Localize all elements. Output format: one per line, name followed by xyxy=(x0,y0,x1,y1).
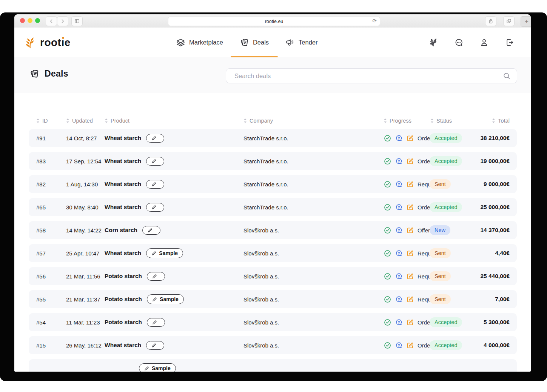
order-check-icon xyxy=(384,157,391,165)
table-row[interactable]: #55 21 Mar, 11:37 Potato starch Sample S… xyxy=(29,290,517,308)
status-badge: Accepted xyxy=(430,340,462,350)
cell-company: Slovškrob a.s. xyxy=(243,290,279,308)
search-bar[interactable] xyxy=(226,68,517,83)
sort-icon[interactable] xyxy=(66,118,69,123)
nav-item-deals[interactable]: Deals xyxy=(240,28,269,57)
cell-company: Slovškrob a.s. xyxy=(243,336,279,354)
order-check-icon xyxy=(384,249,391,257)
sample-button[interactable] xyxy=(142,226,160,235)
back-button[interactable] xyxy=(46,16,57,26)
table-row[interactable]: #83 17 Sep, 12:54 Wheat starch StarchTra… xyxy=(29,152,517,170)
user-icon[interactable] xyxy=(479,38,489,47)
zoom-window-button[interactable] xyxy=(35,18,40,23)
offer-edit-icon xyxy=(406,134,414,142)
column-header-id[interactable]: ID xyxy=(36,118,48,124)
reload-icon[interactable]: ⟳ xyxy=(372,18,377,24)
cell-product: Wheat starch xyxy=(105,152,164,170)
cell-progress: Order xyxy=(384,129,432,147)
table-row[interactable]: #82 1 Aug, 14:30 Wheat starch StarchTrad… xyxy=(29,175,517,193)
cell-status: Accepted xyxy=(430,198,462,216)
table-row[interactable]: #91 14 Oct, 8:27 Wheat starch StarchTrad… xyxy=(29,129,517,147)
pencil-icon xyxy=(152,320,157,325)
sort-icon[interactable] xyxy=(36,118,40,123)
sample-button[interactable]: Sample xyxy=(147,294,184,304)
sprout-icon[interactable] xyxy=(429,38,438,47)
sample-button[interactable]: Sample xyxy=(146,248,183,258)
rootie-logo[interactable]: rootıe xyxy=(25,28,71,57)
nav-item-marketplace[interactable]: Marketplace xyxy=(176,28,223,57)
column-header-product[interactable]: Product xyxy=(105,118,129,124)
sidebar-toggle-button[interactable] xyxy=(71,16,83,26)
cell-id: #15 xyxy=(36,336,46,354)
share-icon xyxy=(488,18,494,24)
cell-progress: Order xyxy=(384,313,432,331)
cell-total: 19 000,00€ xyxy=(480,152,510,170)
table-row[interactable]: #15 26 May, 16:12 Wheat starch Slovškrob… xyxy=(29,336,517,354)
logout-icon[interactable] xyxy=(505,38,514,47)
column-header-status[interactable]: Status xyxy=(430,118,452,124)
column-header-total[interactable]: Total xyxy=(492,118,510,124)
sample-button[interactable] xyxy=(147,272,165,281)
column-header-label: Product xyxy=(111,118,129,124)
sample-button[interactable] xyxy=(146,157,164,166)
sidebar-icon xyxy=(74,18,80,24)
offer-edit-icon xyxy=(406,272,414,280)
cell-company: StarchTrade s.r.o. xyxy=(243,175,288,193)
address-bar[interactable]: rootie.eu ⟳ xyxy=(168,17,380,26)
column-header-company[interactable]: Company xyxy=(243,118,273,124)
deals-icon xyxy=(29,69,40,79)
pencil-icon xyxy=(148,228,153,233)
order-check-icon xyxy=(384,226,391,234)
sample-button[interactable] xyxy=(146,134,164,143)
table-row[interactable]: #56 21 Mar, 11:56 Potato starch Slovškro… xyxy=(29,267,517,285)
chat-icon[interactable] xyxy=(454,38,464,47)
sort-icon[interactable] xyxy=(430,118,434,123)
sort-icon[interactable] xyxy=(243,118,247,123)
tabs-overview-button[interactable] xyxy=(503,16,515,26)
sample-button[interactable] xyxy=(146,203,164,212)
pencil-icon xyxy=(151,136,156,141)
table-row[interactable]: #65 30 May, 8:40 Wheat starch StarchTrad… xyxy=(29,198,517,216)
new-tab-button[interactable]: + xyxy=(521,16,531,27)
cell-product: Sample xyxy=(105,359,176,372)
table-row[interactable]: #57 25 Apr, 10:47 Wheat starch Sample Sl… xyxy=(29,244,517,262)
column-header-progress[interactable]: Progress xyxy=(384,118,411,124)
column-header-label: ID xyxy=(42,118,48,124)
table-row[interactable]: #54 11 Mar, 11:23 Potato starch Slovškro… xyxy=(29,313,517,331)
product-name: Wheat starch xyxy=(105,181,141,188)
cell-company: Slovškrob a.s. xyxy=(243,313,279,331)
share-button[interactable] xyxy=(485,16,496,26)
product-name: Wheat starch xyxy=(105,204,141,211)
column-header-label: Status xyxy=(436,118,452,124)
sample-button[interactable]: Sample xyxy=(139,363,176,372)
cell-product: Wheat starch xyxy=(105,336,164,354)
order-check-icon xyxy=(384,134,391,142)
nav-item-tender[interactable]: Tender xyxy=(285,28,317,57)
sort-icon[interactable] xyxy=(384,118,387,123)
search-icon[interactable] xyxy=(503,72,511,80)
sort-icon[interactable] xyxy=(492,118,495,123)
sample-button[interactable] xyxy=(147,318,165,327)
cell-total: 25 000,00€ xyxy=(480,198,510,216)
close-window-button[interactable] xyxy=(20,18,25,23)
cell-status: Accepted xyxy=(430,129,462,147)
offer-edit-icon xyxy=(406,157,414,165)
forward-button[interactable] xyxy=(57,16,68,26)
sample-button[interactable] xyxy=(146,341,164,350)
minimize-window-button[interactable] xyxy=(28,18,32,23)
column-header-updated[interactable]: Updated xyxy=(66,118,93,124)
sample-button[interactable] xyxy=(146,180,164,189)
cell-company: Slovškrob a.s. xyxy=(243,267,279,285)
status-badge: Sent xyxy=(430,179,451,189)
pencil-icon xyxy=(144,366,149,371)
sort-icon[interactable] xyxy=(105,118,108,123)
nav-item-label: Deals xyxy=(253,39,269,46)
product-name: Wheat starch xyxy=(105,158,141,164)
cell-progress: Order xyxy=(384,198,432,216)
cell-status: Sent xyxy=(430,244,451,262)
table-row[interactable]: #58 14 May, 14:22 Corn starch Slovškrob … xyxy=(29,221,517,239)
offer-edit-icon xyxy=(406,226,414,234)
search-input[interactable] xyxy=(234,72,503,80)
pencil-icon xyxy=(152,274,157,279)
table-row[interactable]: Sample xyxy=(29,359,517,372)
